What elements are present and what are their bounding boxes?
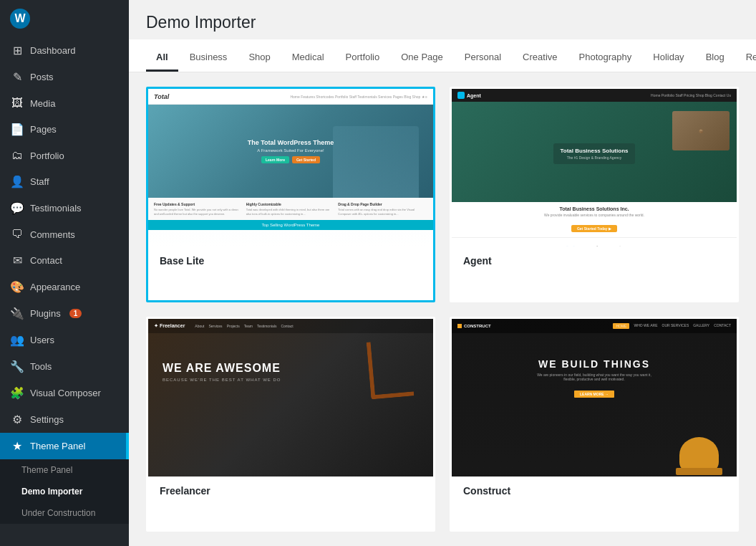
sidebar-item-testimonials[interactable]: 💬 Testimonials	[0, 195, 129, 221]
sidebar-item-comments[interactable]: 🗨 Comments	[0, 221, 129, 247]
demo-card-base-lite[interactable]: Total Home Features Shortcodes Portfolio…	[146, 87, 435, 302]
sidebar-item-label: Comments	[30, 229, 75, 240]
sidebar-item-label: Posts	[30, 72, 54, 82]
sidebar-item-posts[interactable]: ✎ Posts	[0, 64, 129, 90]
tools-icon: 🔧	[10, 360, 24, 373]
sidebar-submenu: Theme Panel Demo Importer Under Construc…	[0, 459, 129, 524]
plugins-icon: 🔌	[10, 307, 24, 320]
posts-icon: ✎	[10, 70, 24, 84]
mock-btn-started: Get Started	[292, 156, 320, 163]
sidebar-item-plugins[interactable]: 🔌 Plugins 1	[0, 300, 129, 327]
testimonials-icon: 💬	[10, 201, 24, 215]
sidebar-item-portfolio[interactable]: 🗂 Portfolio	[0, 143, 129, 168]
sidebar-item-label: Visual Composer	[30, 388, 101, 398]
filter-tab-photography[interactable]: Photography	[569, 43, 642, 72]
appearance-icon: 🎨	[10, 280, 24, 294]
filter-tab-blog[interactable]: Blog	[696, 43, 735, 72]
mock-hero-content: The Total WordPress Theme A Framework Su…	[248, 139, 334, 163]
sidebar-item-dashboard[interactable]: ⊞ Dashboard	[0, 37, 129, 64]
sidebar-navigation: ⊞ Dashboard ✎ Posts 🖼 Media 📄 Pages 🗂 Po…	[0, 37, 129, 546]
construct-hero-text: WE BUILD THINGS We are pioneers in our f…	[452, 333, 737, 406]
agent-mock-nav: Agent Home Portfolio Staff Pricing Shop …	[452, 89, 737, 102]
demo-card-freelancer[interactable]: ✦ Freelancer About Services Projects Tea…	[146, 317, 435, 532]
filter-tab-business[interactable]: Business	[180, 43, 238, 72]
mock-footer-bar: Top Selling WordPress Theme	[148, 220, 433, 230]
sidebar-item-media[interactable]: 🖼 Media	[0, 90, 129, 116]
filter-tab-shop[interactable]: Shop	[238, 43, 280, 72]
sidebar-item-users[interactable]: 👥 Users	[0, 327, 129, 353]
freelancer-hero-text: WE ARE AWESOME BECAUSE WE'RE THE BEST AT…	[148, 333, 433, 396]
submenu-label: Under Construction	[21, 508, 95, 518]
active-indicator	[126, 433, 129, 459]
sidebar-item-staff[interactable]: 👤 Staff	[0, 168, 129, 195]
visual-composer-icon: 🧩	[10, 386, 24, 400]
filter-tab-personal[interactable]: Personal	[455, 43, 511, 72]
agent-mock-icons: 👥 ⚙ ✈	[452, 237, 737, 246]
sidebar-submenu-demo-importer[interactable]: Demo Importer	[0, 481, 129, 502]
wordpress-icon: W	[10, 9, 30, 29]
plugins-badge: 1	[69, 309, 82, 318]
sidebar-item-label: Staff	[30, 176, 49, 187]
sidebar-item-label: Plugins	[30, 308, 61, 319]
sidebar-item-appearance[interactable]: 🎨 Appearance	[0, 274, 129, 300]
sidebar-item-pages[interactable]: 📄 Pages	[0, 116, 129, 143]
sidebar-item-label: Dashboard	[30, 45, 76, 56]
sidebar-item-label: Appearance	[30, 282, 80, 292]
filter-tab-one-page[interactable]: One Page	[391, 43, 453, 72]
demo-card-construct[interactable]: CONSTRUCT HOME WHO WE ARE OUR SERVICES G…	[450, 317, 739, 532]
filter-tab-portfolio[interactable]: Portfolio	[336, 43, 390, 72]
mock-people-bg	[333, 126, 419, 198]
demo-card-footer-agent: Agent	[452, 246, 737, 275]
mock-features: Free Updates & Support No wonder people …	[148, 198, 433, 220]
sidebar-item-label: Media	[30, 98, 55, 109]
sidebar-item-theme-panel[interactable]: ★ Theme Panel	[0, 433, 129, 459]
sidebar-submenu-under-construction[interactable]: Under Construction	[0, 502, 129, 524]
settings-icon: ⚙	[10, 413, 24, 426]
sidebar-item-label: Contact	[30, 255, 62, 266]
page-title: Demo Importer	[146, 13, 739, 32]
demo-grid: Total Home Features Shortcodes Portfolio…	[129, 72, 756, 546]
helmet-decoration	[679, 437, 719, 473]
pages-icon: 📄	[10, 123, 24, 136]
freelancer-mock-nav: ✦ Freelancer About Services Projects Tea…	[148, 319, 433, 333]
portfolio-icon: 🗂	[10, 149, 24, 162]
sidebar-item-contact[interactable]: ✉ Contact	[0, 247, 129, 274]
sidebar-item-label: Settings	[30, 414, 64, 425]
sidebar-item-tools[interactable]: 🔧 Tools	[0, 353, 129, 380]
sidebar: W ⊞ Dashboard ✎ Posts 🖼 Media 📄 Pages 🗂 …	[0, 0, 129, 546]
main-content: Demo Importer All Business Shop Medical …	[129, 0, 756, 546]
media-icon: 🖼	[10, 97, 24, 110]
filter-tab-holiday[interactable]: Holiday	[643, 43, 694, 72]
filter-tab-medical[interactable]: Medical	[282, 43, 334, 72]
sidebar-submenu-theme-panel[interactable]: Theme Panel	[0, 459, 129, 481]
demo-card-footer-base-lite: Base Lite	[148, 246, 433, 275]
sidebar-item-visual-composer[interactable]: 🧩 Visual Composer	[0, 380, 129, 406]
demo-card-footer-freelancer: Freelancer	[148, 476, 433, 505]
mock-btn-learn: Learn More	[261, 156, 289, 163]
demo-card-agent[interactable]: Agent Home Portfolio Staff Pricing Shop …	[450, 87, 739, 302]
mock-feature-2: Highly Customizable Total was developed …	[246, 202, 336, 216]
sidebar-item-label: Pages	[30, 124, 57, 135]
demo-preview-agent: Agent Home Portfolio Staff Pricing Shop …	[452, 89, 737, 246]
filter-tab-all[interactable]: All	[146, 43, 178, 72]
mock-feature-3: Drag & Drop Page Builder Total comes wit…	[338, 202, 427, 216]
sidebar-logo: W	[0, 0, 129, 37]
sidebar-item-label: Users	[30, 335, 54, 345]
contact-icon: ✉	[10, 254, 24, 267]
construct-mock-nav: CONSTRUCT HOME WHO WE ARE OUR SERVICES G…	[452, 319, 737, 333]
submenu-label: Demo Importer	[21, 487, 82, 497]
page-header: Demo Importer	[129, 0, 756, 39]
mock-logo: Total	[154, 93, 169, 100]
filter-tabs: All Business Shop Medical Portfolio One …	[129, 39, 756, 72]
theme-panel-icon: ★	[10, 439, 24, 453]
filter-tab-creative[interactable]: Creative	[513, 43, 567, 72]
demo-preview-construct: CONSTRUCT HOME WHO WE ARE OUR SERVICES G…	[452, 319, 737, 476]
sidebar-item-label: Testimonials	[30, 203, 82, 214]
mock-feature-1: Free Updates & Support No wonder people …	[154, 202, 243, 216]
demo-preview-base-lite: Total Home Features Shortcodes Portfolio…	[148, 89, 433, 246]
submenu-label: Theme Panel	[21, 465, 72, 475]
staff-icon: 👤	[10, 175, 24, 188]
demo-card-footer-construct: Construct	[452, 476, 737, 505]
filter-tab-restaurant[interactable]: Restaurant	[736, 43, 756, 72]
sidebar-item-settings[interactable]: ⚙ Settings	[0, 406, 129, 433]
